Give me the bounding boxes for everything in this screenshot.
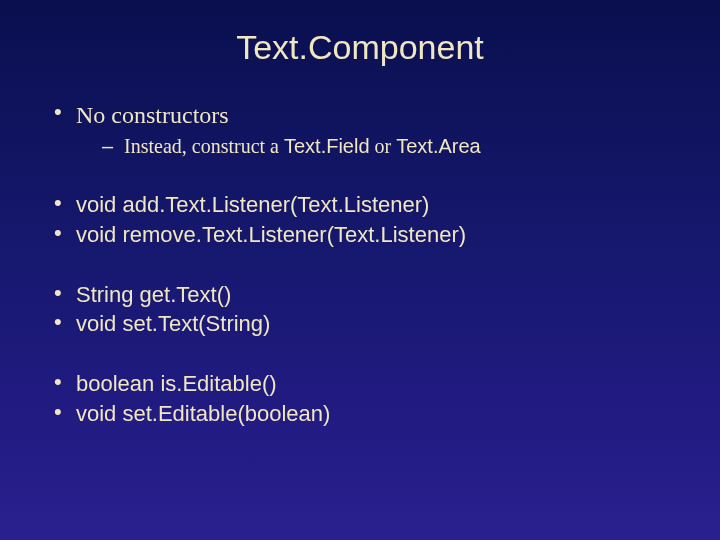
bullet-is-editable: boolean is.Editable(): [50, 369, 680, 399]
bullet-text: void set.Editable(boolean): [76, 401, 330, 426]
slide-title: Text.Component: [40, 28, 680, 67]
sub-bullet-instead: Instead, construct a Text.Field or Text.…: [102, 133, 680, 160]
bullet-text: boolean is.Editable(): [76, 371, 277, 396]
bullet-list-3: String get.Text() void set.Text(String): [50, 280, 680, 339]
sub-text-pre: Instead, construct a: [124, 135, 284, 157]
bullet-add-listener: void add.Text.Listener(Text.Listener): [50, 190, 680, 220]
bullet-remove-listener: void remove.Text.Listener(Text.Listener): [50, 220, 680, 250]
bullet-text: String get.Text(): [76, 282, 231, 307]
bullet-no-constructors: No constructors Instead, construct a Tex…: [50, 99, 680, 160]
code-textfield: Text.Field: [284, 135, 370, 157]
bullet-list-4: boolean is.Editable() void set.Editable(…: [50, 369, 680, 428]
bullet-text: void remove.Text.Listener(Text.Listener): [76, 222, 466, 247]
sub-list: Instead, construct a Text.Field or Text.…: [102, 133, 680, 160]
slide: Text.Component No constructors Instead, …: [0, 0, 720, 540]
bullet-set-text: void set.Text(String): [50, 309, 680, 339]
bullet-text: No constructors: [76, 102, 229, 128]
gap: [40, 339, 680, 369]
bullet-list-2: void add.Text.Listener(Text.Listener) vo…: [50, 190, 680, 249]
bullet-list: No constructors Instead, construct a Tex…: [50, 99, 680, 160]
bullet-text: void set.Text(String): [76, 311, 270, 336]
bullet-get-text: String get.Text(): [50, 280, 680, 310]
gap: [40, 160, 680, 190]
bullet-text: void add.Text.Listener(Text.Listener): [76, 192, 429, 217]
sub-text-mid: or: [370, 135, 397, 157]
code-textarea: Text.Area: [396, 135, 480, 157]
gap: [40, 250, 680, 280]
bullet-set-editable: void set.Editable(boolean): [50, 399, 680, 429]
